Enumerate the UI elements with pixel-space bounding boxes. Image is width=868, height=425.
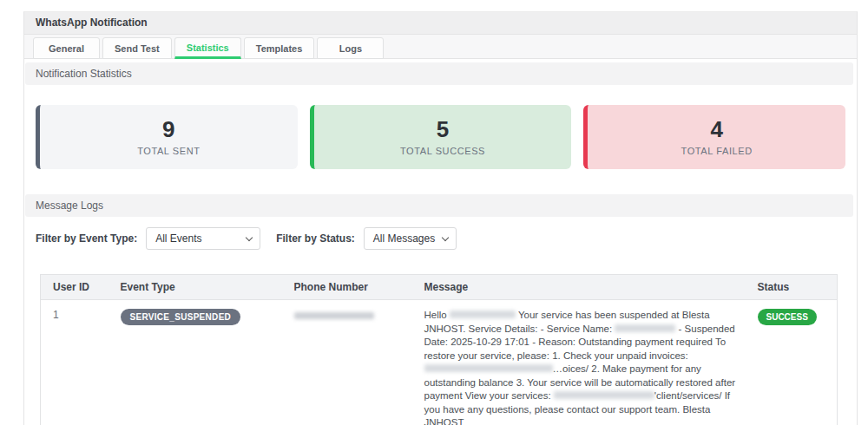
stats-row: 9 TOTAL SENT 5 TOTAL SUCCESS 4 TOTAL FAI… [24,85,857,169]
event-type-select-value: All Events [155,232,201,245]
tab-general[interactable]: General [33,37,100,59]
total-failed-value: 4 [710,118,722,141]
stat-card-total-success: 5 TOTAL SUCCESS [310,105,572,169]
column-header-message: Message [412,275,746,300]
table-header-row: User ID Event Type Phone Number Message … [41,275,838,300]
status-filter-label: Filter by Status: [276,232,355,245]
tab-statistics[interactable]: Statistics [174,37,241,59]
chevron-down-icon [442,234,449,241]
cell-user-id: 1 [41,300,108,425]
cell-phone-number [282,300,412,425]
message-logs-header: Message Logs [25,194,853,217]
stat-card-total-sent: 9 TOTAL SENT [36,105,298,169]
total-sent-label: TOTAL SENT [137,146,200,156]
total-failed-label: TOTAL FAILED [681,146,753,156]
stat-card-total-failed: 4 TOTAL FAILED [583,105,845,169]
event-type-badge: SERVICE_SUSPENDED [121,309,241,325]
total-success-label: TOTAL SUCCESS [400,146,485,156]
tab-strip: General Send Test Statistics Templates L… [24,35,857,59]
column-header-phone-number: Phone Number [282,275,412,300]
message-logs-table: User ID Event Type Phone Number Message … [40,274,838,425]
table-row: 1 SERVICE_SUSPENDED Hello Your service h… [41,300,838,425]
total-sent-value: 9 [162,118,174,141]
column-header-user-id: User ID [41,275,108,300]
whatsapp-notification-panel: WhatsApp Notification General Send Test … [23,11,858,425]
tab-send-test[interactable]: Send Test [102,37,172,59]
total-success-value: 5 [437,118,449,141]
cell-event-type: SERVICE_SUSPENDED [108,300,282,425]
message-text: Hello Your service has been suspended at… [424,309,737,425]
chevron-down-icon [246,234,253,241]
status-select-value: All Messages [373,232,435,245]
event-type-select[interactable]: All Events [146,227,260,250]
panel-title: WhatsApp Notification [24,12,857,35]
event-type-filter-label: Filter by Event Type: [36,232,137,245]
cell-message: Hello Your service has been suspended at… [412,300,746,425]
column-header-status: Status [746,275,838,300]
tab-templates[interactable]: Templates [244,37,315,59]
cell-status: SUCCESS [746,300,838,425]
logs-table-body: 1 SERVICE_SUSPENDED Hello Your service h… [41,300,838,425]
filters-row: Filter by Event Type: All Events Filter … [24,217,857,250]
status-select[interactable]: All Messages [364,227,457,250]
notification-statistics-header: Notification Statistics [25,62,853,85]
status-badge: SUCCESS [758,309,817,325]
tab-logs[interactable]: Logs [317,37,384,59]
column-header-event-type: Event Type [108,275,282,300]
